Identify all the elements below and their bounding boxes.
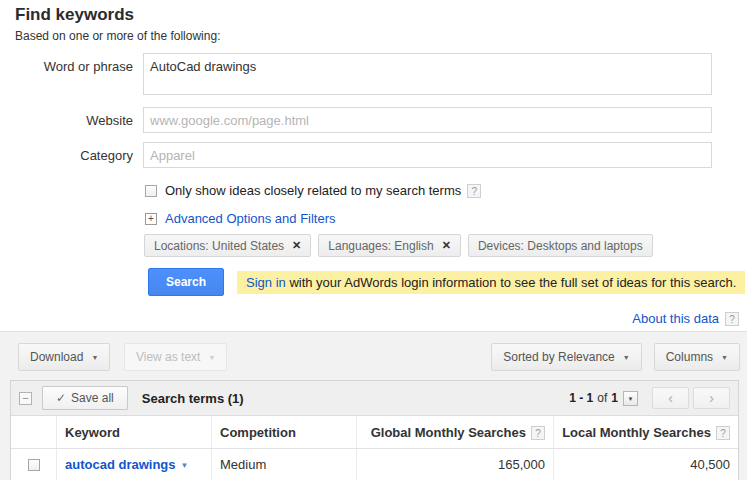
header-local-searches[interactable]: Local Monthly Searches? xyxy=(553,416,738,448)
results-section: Download▼ View as text▼ Sorted by Releva… xyxy=(0,331,747,480)
chevron-down-icon: ▼ xyxy=(208,354,215,361)
header-keyword[interactable]: Keyword xyxy=(56,416,211,448)
pagination-total: 1 xyxy=(611,391,618,405)
closely-related-checkbox[interactable] xyxy=(145,185,157,197)
page-subtitle: Based on one or more of the following: xyxy=(15,29,747,43)
view-as-text-button[interactable]: View as text▼ xyxy=(124,343,227,371)
category-label: Category xyxy=(0,142,133,163)
download-button[interactable]: Download▼ xyxy=(18,343,110,371)
advanced-options-link[interactable]: Advanced Options and Filters xyxy=(165,211,336,226)
signin-notice: Sign in with your AdWords login informat… xyxy=(237,271,745,294)
header-global-searches[interactable]: Global Monthly Searches? xyxy=(356,416,553,448)
page-title: Find keywords xyxy=(15,5,747,25)
word-or-phrase-row: Word or phrase AutoCad drawings xyxy=(0,53,747,98)
closely-related-row: Only show ideas closely related to my se… xyxy=(145,183,747,198)
row-checkbox[interactable] xyxy=(28,459,40,471)
about-this-data-link[interactable]: About this data xyxy=(632,311,719,326)
row-competition-cell: Medium xyxy=(211,449,356,480)
closely-related-help-icon[interactable]: ? xyxy=(467,184,481,198)
header-checkbox-column xyxy=(11,416,56,448)
prev-page-button[interactable]: ‹ xyxy=(652,387,689,409)
chip-languages-label: Languages: English xyxy=(328,239,433,253)
chip-locations-label: Locations: United States xyxy=(154,239,284,253)
search-button[interactable]: Search xyxy=(148,268,224,296)
signin-notice-text: with your AdWords login information to s… xyxy=(286,275,737,290)
keyword-link[interactable]: autocad drawings xyxy=(65,457,176,472)
website-input[interactable] xyxy=(143,107,712,133)
check-icon: ✓ xyxy=(56,391,66,405)
keyword-dropdown-icon[interactable]: ▼ xyxy=(181,461,189,470)
columns-button[interactable]: Columns▼ xyxy=(654,343,740,371)
page-size-dropdown[interactable]: ▼ xyxy=(623,391,638,406)
header-competition[interactable]: Competition xyxy=(211,416,356,448)
row-checkbox-cell xyxy=(11,449,56,480)
local-searches-help-icon[interactable]: ? xyxy=(716,426,730,440)
global-searches-help-icon[interactable]: ? xyxy=(531,426,545,440)
advanced-options-row: + Advanced Options and Filters xyxy=(145,211,747,226)
word-or-phrase-label: Word or phrase xyxy=(0,53,133,74)
closely-related-label: Only show ideas closely related to my se… xyxy=(165,183,461,198)
keyword-form: Word or phrase AutoCad drawings Website … xyxy=(0,53,747,168)
expand-icon[interactable]: + xyxy=(145,213,157,225)
signin-link[interactable]: Sign in xyxy=(246,275,286,290)
chip-locations-close-icon[interactable]: ✕ xyxy=(292,240,301,251)
collapse-icon[interactable]: − xyxy=(19,392,32,405)
row-local-searches-cell: 40,500 xyxy=(553,449,738,480)
about-data-row: About this data ? xyxy=(0,311,747,326)
next-page-button[interactable]: › xyxy=(693,387,730,409)
table-row: autocad drawings▼ Medium 165,000 40,500 xyxy=(11,449,738,480)
pagination-of: of xyxy=(597,391,607,405)
website-label: Website xyxy=(0,107,133,128)
find-keywords-panel: Find keywords Based on one or more of th… xyxy=(0,0,747,326)
chip-locations: Locations: United States ✕ xyxy=(144,234,311,257)
chip-languages-close-icon[interactable]: ✕ xyxy=(442,240,451,251)
pagination: 1 - 1 of 1 ▼ ‹ › xyxy=(569,387,730,409)
website-row: Website xyxy=(0,107,747,133)
filter-chips: Locations: United States ✕ Languages: En… xyxy=(144,234,747,257)
category-input[interactable] xyxy=(143,142,712,168)
chip-devices-label: Devices: Desktops and laptops xyxy=(478,239,643,253)
section-title: Search terms (1) xyxy=(142,391,570,406)
chevron-down-icon: ▼ xyxy=(91,354,98,361)
results-toolbar: Download▼ View as text▼ Sorted by Releva… xyxy=(0,332,747,378)
chevron-down-icon: ▼ xyxy=(623,354,630,361)
save-all-button[interactable]: ✓Save all xyxy=(42,386,128,410)
table-header-band: − ✓Save all Search terms (1) 1 - 1 of 1 … xyxy=(11,381,738,416)
about-this-data-help-icon[interactable]: ? xyxy=(725,312,739,326)
row-global-searches-cell: 165,000 xyxy=(356,449,553,480)
chip-devices: Devices: Desktops and laptops xyxy=(468,234,653,257)
row-keyword-cell: autocad drawings▼ xyxy=(56,449,211,480)
chip-languages: Languages: English ✕ xyxy=(318,234,461,257)
category-row: Category xyxy=(0,142,747,168)
table-column-headers: Keyword Competition Global Monthly Searc… xyxy=(11,416,738,449)
word-or-phrase-input[interactable]: AutoCad drawings xyxy=(143,53,712,95)
sort-button[interactable]: Sorted by Relevance▼ xyxy=(491,343,641,371)
pagination-range: 1 - 1 xyxy=(569,391,593,405)
search-terms-table: − ✓Save all Search terms (1) 1 - 1 of 1 … xyxy=(10,380,739,480)
chevron-down-icon: ▼ xyxy=(721,354,728,361)
search-row: Search Sign in with your AdWords login i… xyxy=(148,268,747,296)
